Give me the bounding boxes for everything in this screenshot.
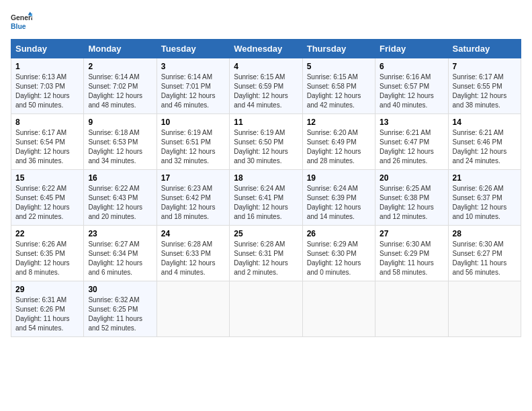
day-number: 26 [307, 229, 371, 238]
calendar-cell: 1 Sunrise: 6:13 AMSunset: 7:03 PMDayligh… [11, 58, 84, 114]
calendar-cell: 14 Sunrise: 6:21 AMSunset: 6:46 PMDaylig… [448, 114, 521, 170]
calendar-cell [375, 281, 448, 337]
day-number: 22 [15, 229, 79, 238]
calendar-week-5: 29 Sunrise: 6:31 AMSunset: 6:26 PMDaylig… [11, 281, 521, 337]
calendar-table: SundayMondayTuesdayWednesdayThursdayFrid… [11, 39, 521, 337]
day-number: 25 [234, 229, 298, 238]
calendar-cell: 13 Sunrise: 6:21 AMSunset: 6:47 PMDaylig… [375, 114, 448, 170]
column-header-saturday: Saturday [448, 40, 521, 58]
column-header-monday: Monday [84, 40, 157, 58]
day-info: Sunrise: 6:31 AMSunset: 6:26 PMDaylight:… [15, 296, 70, 332]
column-header-friday: Friday [375, 40, 448, 58]
day-number: 14 [453, 118, 517, 127]
calendar-cell: 11 Sunrise: 6:19 AMSunset: 6:50 PMDaylig… [230, 114, 302, 170]
day-number: 16 [88, 173, 152, 183]
day-info: Sunrise: 6:17 AMSunset: 6:55 PMDaylight:… [453, 73, 507, 109]
day-info: Sunrise: 6:26 AMSunset: 6:35 PMDaylight:… [15, 240, 70, 276]
calendar-cell: 5 Sunrise: 6:15 AMSunset: 6:58 PMDayligh… [302, 58, 375, 114]
day-info: Sunrise: 6:30 AMSunset: 6:29 PMDaylight:… [380, 240, 434, 276]
calendar-cell: 16 Sunrise: 6:22 AMSunset: 6:43 PMDaylig… [84, 170, 157, 226]
day-number: 23 [88, 229, 152, 238]
calendar-week-1: 1 Sunrise: 6:13 AMSunset: 7:03 PMDayligh… [11, 58, 521, 114]
calendar-week-4: 22 Sunrise: 6:26 AMSunset: 6:35 PMDaylig… [11, 226, 521, 281]
day-number: 28 [453, 229, 517, 238]
svg-text:Blue: Blue [11, 23, 26, 30]
day-number: 11 [234, 118, 298, 127]
day-number: 6 [380, 62, 443, 71]
day-info: Sunrise: 6:24 AMSunset: 6:41 PMDaylight:… [234, 185, 288, 220]
column-header-tuesday: Tuesday [157, 40, 229, 58]
calendar-cell: 27 Sunrise: 6:30 AMSunset: 6:29 PMDaylig… [375, 226, 448, 281]
calendar-cell: 18 Sunrise: 6:24 AMSunset: 6:41 PMDaylig… [230, 170, 302, 226]
calendar-cell: 15 Sunrise: 6:22 AMSunset: 6:45 PMDaylig… [11, 170, 84, 226]
calendar-cell [448, 281, 521, 337]
day-info: Sunrise: 6:19 AMSunset: 6:50 PMDaylight:… [234, 129, 288, 165]
svg-text:General: General [11, 14, 32, 21]
day-info: Sunrise: 6:25 AMSunset: 6:38 PMDaylight:… [380, 185, 434, 220]
day-info: Sunrise: 6:17 AMSunset: 6:54 PMDaylight:… [15, 129, 70, 165]
day-info: Sunrise: 6:29 AMSunset: 6:30 PMDaylight:… [307, 240, 361, 276]
day-number: 27 [380, 229, 443, 238]
column-header-wednesday: Wednesday [230, 40, 302, 58]
calendar-cell: 12 Sunrise: 6:20 AMSunset: 6:49 PMDaylig… [302, 114, 375, 170]
calendar-cell: 24 Sunrise: 6:28 AMSunset: 6:33 PMDaylig… [157, 226, 229, 281]
day-number: 13 [380, 118, 443, 127]
calendar-cell: 21 Sunrise: 6:26 AMSunset: 6:37 PMDaylig… [448, 170, 521, 226]
calendar-cell: 10 Sunrise: 6:19 AMSunset: 6:51 PMDaylig… [157, 114, 229, 170]
calendar-cell: 7 Sunrise: 6:17 AMSunset: 6:55 PMDayligh… [448, 58, 521, 114]
calendar-cell: 25 Sunrise: 6:28 AMSunset: 6:31 PMDaylig… [230, 226, 302, 281]
calendar-cell [230, 281, 302, 337]
calendar-cell: 3 Sunrise: 6:14 AMSunset: 7:01 PMDayligh… [157, 58, 229, 114]
calendar-week-3: 15 Sunrise: 6:22 AMSunset: 6:45 PMDaylig… [11, 170, 521, 226]
day-info: Sunrise: 6:28 AMSunset: 6:33 PMDaylight:… [161, 240, 216, 276]
day-info: Sunrise: 6:15 AMSunset: 6:58 PMDaylight:… [307, 73, 361, 109]
day-info: Sunrise: 6:20 AMSunset: 6:49 PMDaylight:… [307, 129, 361, 165]
calendar-cell [302, 281, 375, 337]
day-info: Sunrise: 6:32 AMSunset: 6:25 PMDaylight:… [88, 296, 142, 332]
day-number: 1 [15, 62, 79, 71]
page-header: General Blue [11, 11, 521, 32]
day-info: Sunrise: 6:14 AMSunset: 7:02 PMDaylight:… [88, 73, 142, 109]
calendar-cell: 9 Sunrise: 6:18 AMSunset: 6:53 PMDayligh… [84, 114, 157, 170]
day-number: 2 [88, 62, 152, 71]
calendar-cell: 28 Sunrise: 6:30 AMSunset: 6:27 PMDaylig… [448, 226, 521, 281]
day-number: 8 [15, 118, 79, 127]
day-number: 18 [234, 173, 298, 183]
logo-icon: General Blue [11, 11, 32, 32]
calendar-week-2: 8 Sunrise: 6:17 AMSunset: 6:54 PMDayligh… [11, 114, 521, 170]
day-info: Sunrise: 6:26 AMSunset: 6:37 PMDaylight:… [453, 185, 507, 220]
calendar-cell: 20 Sunrise: 6:25 AMSunset: 6:38 PMDaylig… [375, 170, 448, 226]
calendar-cell: 19 Sunrise: 6:24 AMSunset: 6:39 PMDaylig… [302, 170, 375, 226]
day-info: Sunrise: 6:21 AMSunset: 6:46 PMDaylight:… [453, 129, 507, 165]
calendar-cell: 26 Sunrise: 6:29 AMSunset: 6:30 PMDaylig… [302, 226, 375, 281]
calendar-cell: 23 Sunrise: 6:27 AMSunset: 6:34 PMDaylig… [84, 226, 157, 281]
day-info: Sunrise: 6:22 AMSunset: 6:45 PMDaylight:… [15, 185, 70, 220]
column-header-thursday: Thursday [302, 40, 375, 58]
day-number: 12 [307, 118, 371, 127]
day-number: 4 [234, 62, 298, 71]
day-info: Sunrise: 6:30 AMSunset: 6:27 PMDaylight:… [453, 240, 507, 276]
day-info: Sunrise: 6:22 AMSunset: 6:43 PMDaylight:… [88, 185, 142, 220]
day-info: Sunrise: 6:21 AMSunset: 6:47 PMDaylight:… [380, 129, 434, 165]
day-number: 29 [15, 285, 79, 294]
day-info: Sunrise: 6:18 AMSunset: 6:53 PMDaylight:… [88, 129, 142, 165]
calendar-cell: 6 Sunrise: 6:16 AMSunset: 6:57 PMDayligh… [375, 58, 448, 114]
day-number: 3 [161, 62, 225, 71]
calendar-cell: 29 Sunrise: 6:31 AMSunset: 6:26 PMDaylig… [11, 281, 84, 337]
day-info: Sunrise: 6:23 AMSunset: 6:42 PMDaylight:… [161, 185, 216, 220]
day-number: 7 [453, 62, 517, 71]
day-info: Sunrise: 6:28 AMSunset: 6:31 PMDaylight:… [234, 240, 288, 276]
day-info: Sunrise: 6:13 AMSunset: 7:03 PMDaylight:… [15, 73, 70, 109]
day-number: 17 [161, 173, 225, 183]
day-number: 10 [161, 118, 225, 127]
day-number: 19 [307, 173, 371, 183]
day-info: Sunrise: 6:14 AMSunset: 7:01 PMDaylight:… [161, 73, 216, 109]
column-header-sunday: Sunday [11, 40, 84, 58]
day-info: Sunrise: 6:24 AMSunset: 6:39 PMDaylight:… [307, 185, 361, 220]
calendar-cell: 8 Sunrise: 6:17 AMSunset: 6:54 PMDayligh… [11, 114, 84, 170]
calendar-cell: 2 Sunrise: 6:14 AMSunset: 7:02 PMDayligh… [84, 58, 157, 114]
day-number: 9 [88, 118, 152, 127]
calendar-cell: 30 Sunrise: 6:32 AMSunset: 6:25 PMDaylig… [84, 281, 157, 337]
day-number: 5 [307, 62, 371, 71]
day-number: 30 [88, 285, 152, 294]
